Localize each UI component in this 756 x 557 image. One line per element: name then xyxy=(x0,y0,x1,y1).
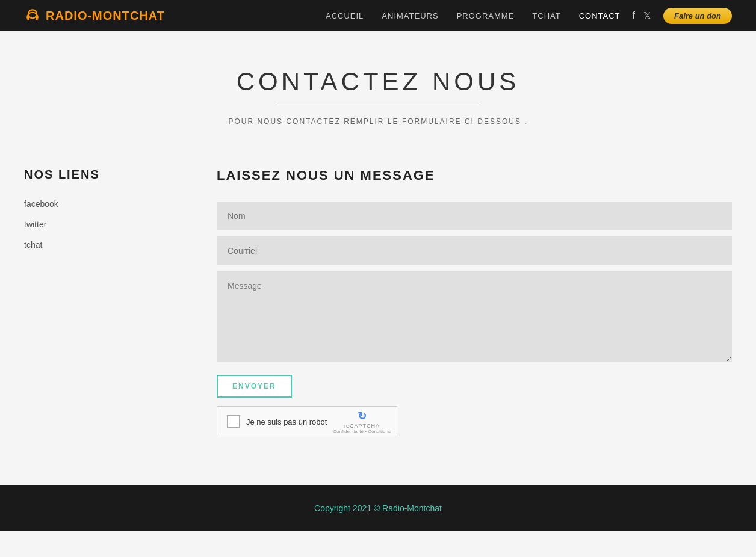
page-title-section: CONTACTEZ NOUS POUR NOUS CONTACTEZ REMPL… xyxy=(24,67,732,126)
social-links: f 𝕏 xyxy=(633,10,651,22)
email-input[interactable] xyxy=(217,236,732,265)
contact-form-section: LAISSEZ NOUS UN MESSAGE ENVOYER Je ne su… xyxy=(217,168,732,437)
donate-button[interactable]: Faire un don xyxy=(663,8,732,24)
nav-programme[interactable]: PROGRAMME xyxy=(457,11,515,20)
submit-button[interactable]: ENVOYER xyxy=(217,375,292,398)
main-content: CONTACTEZ NOUS POUR NOUS CONTACTEZ REMPL… xyxy=(0,31,756,485)
twitter-link[interactable]: twitter xyxy=(24,220,46,229)
two-column-layout: NOS LIENS facebook twitter tchat LAISSEZ… xyxy=(24,150,732,437)
svg-point-0 xyxy=(28,10,37,18)
copyright-text: Copyright 2021 © Radio-Montchat xyxy=(314,503,442,513)
navbar: RADIO-MONTCHAT ACCUEIL ANIMATEURS PROGRA… xyxy=(0,0,756,31)
navbar-logo[interactable]: RADIO-MONTCHAT xyxy=(24,7,165,24)
title-divider xyxy=(276,105,480,105)
headphones-icon xyxy=(24,7,41,24)
nav-contact[interactable]: CONTACT xyxy=(579,11,621,20)
navbar-links: ACCUEIL ANIMATEURS PROGRAMME TCHAT CONTA… xyxy=(326,10,621,21)
tchat-link[interactable]: tchat xyxy=(24,240,42,250)
twitter-icon[interactable]: 𝕏 xyxy=(643,10,651,22)
list-item: twitter xyxy=(24,214,193,235)
page-title: CONTACTEZ NOUS xyxy=(24,67,732,96)
recaptcha-box: Je ne suis pas un robot ↻ reCAPTCHA Conf… xyxy=(217,406,397,437)
form-title: LAISSEZ NOUS UN MESSAGE xyxy=(217,168,732,183)
sidebar-title: NOS LIENS xyxy=(24,168,193,182)
facebook-link[interactable]: facebook xyxy=(24,199,58,209)
footer: Copyright 2021 © Radio-Montchat xyxy=(0,485,756,531)
facebook-icon[interactable]: f xyxy=(633,10,635,21)
sidebar: NOS LIENS facebook twitter tchat xyxy=(24,168,193,437)
nav-animateurs[interactable]: ANIMATEURS xyxy=(382,11,438,20)
recaptcha-label: Je ne suis pas un robot xyxy=(246,417,327,426)
logo-text: RADIO-MONTCHAT xyxy=(46,9,165,23)
recaptcha-logo-area: ↻ reCAPTCHA Confidentialité • Conditions xyxy=(333,410,391,434)
recaptcha-logo-icon: ↻ xyxy=(358,410,367,422)
message-textarea[interactable] xyxy=(217,271,732,362)
recaptcha-checkbox[interactable] xyxy=(227,415,240,428)
page-subtitle: POUR NOUS CONTACTEZ REMPLIR LE FORMULAIR… xyxy=(24,117,732,126)
recaptcha-links: Confidentialité • Conditions xyxy=(333,429,391,434)
list-item: tchat xyxy=(24,235,193,255)
nav-accueil[interactable]: ACCUEIL xyxy=(326,11,364,20)
sidebar-links: facebook twitter tchat xyxy=(24,194,193,255)
nav-tchat[interactable]: TCHAT xyxy=(532,11,560,20)
recaptcha-brand: reCAPTCHA xyxy=(333,423,391,429)
list-item: facebook xyxy=(24,194,193,214)
name-input[interactable] xyxy=(217,202,732,230)
